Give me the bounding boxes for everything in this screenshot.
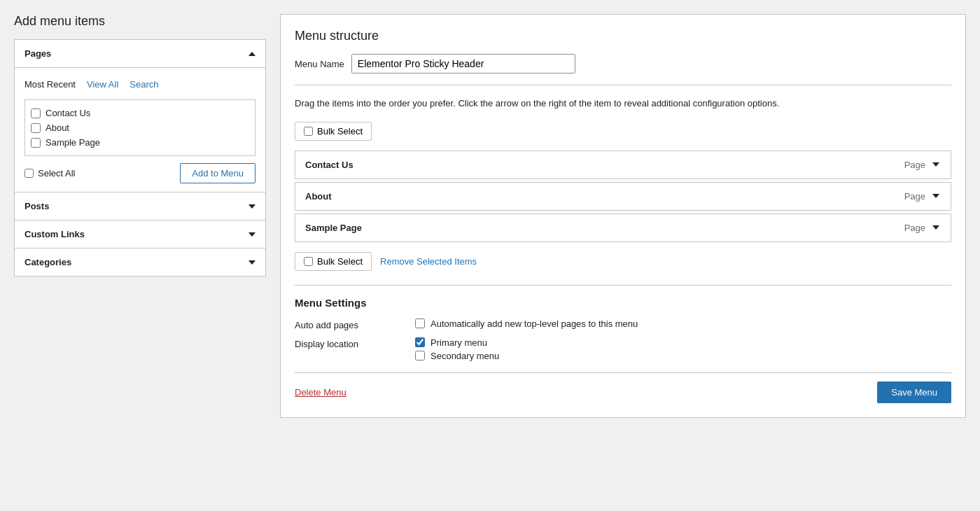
- primary-menu-option[interactable]: Primary menu: [415, 337, 499, 348]
- right-panel: Menu structure Menu Name Drag the items …: [280, 14, 966, 418]
- display-location-row: Display location Primary menu Secondary …: [295, 337, 951, 361]
- secondary-menu-option[interactable]: Secondary menu: [415, 351, 499, 361]
- select-all-text: Select All: [38, 168, 75, 178]
- tab-view-all[interactable]: View All: [81, 76, 124, 92]
- primary-menu-label: Primary menu: [430, 337, 487, 348]
- menu-item-contact-us-expand[interactable]: [931, 162, 941, 167]
- custom-links-section-title: Custom Links: [24, 229, 85, 239]
- page-checkbox-contact-us[interactable]: [31, 108, 41, 118]
- pages-section: Pages Most Recent View All Search Contac…: [14, 39, 266, 192]
- page-item-contact-us: Contact Us: [31, 106, 249, 120]
- menu-items-list: Contact Us Page About Page Sam: [295, 150, 951, 242]
- contact-us-chevron-icon: [932, 162, 939, 167]
- pages-accordion-content: Most Recent View All Search Contact Us A…: [15, 67, 265, 192]
- pages-section-title: Pages: [24, 48, 51, 59]
- custom-links-chevron-down-icon: [248, 232, 255, 237]
- categories-chevron-down-icon: [248, 260, 255, 265]
- menu-item-about-expand[interactable]: [931, 194, 941, 198]
- add-to-menu-button[interactable]: Add to Menu: [180, 163, 255, 183]
- menu-item-sample-page[interactable]: Sample Page Page: [295, 214, 951, 242]
- menu-item-sample-page-name: Sample Page: [305, 223, 362, 233]
- pages-accordion-header[interactable]: Pages: [15, 40, 265, 67]
- page-label-contact-us: Contact Us: [46, 108, 90, 118]
- pages-tab-row: Most Recent View All Search: [24, 76, 255, 92]
- categories-accordion-header[interactable]: Categories: [15, 248, 265, 276]
- select-all-label[interactable]: Select All: [24, 168, 75, 178]
- bulk-select-bottom-checkbox[interactable]: [304, 257, 313, 266]
- pages-list: Contact Us About Sample Page: [24, 99, 255, 156]
- menu-item-sample-page-expand[interactable]: [931, 225, 941, 230]
- tab-search[interactable]: Search: [124, 76, 164, 92]
- auto-add-row: Auto add pages Automatically add new top…: [295, 318, 951, 330]
- about-chevron-icon: [932, 194, 939, 198]
- posts-chevron-down-icon: [248, 204, 255, 209]
- menu-item-about-type: Page: [904, 191, 925, 202]
- display-location-options: Primary menu Secondary menu: [415, 337, 499, 361]
- secondary-menu-checkbox[interactable]: [415, 351, 425, 360]
- tab-most-recent[interactable]: Most Recent: [24, 76, 81, 92]
- menu-settings: Menu Settings Auto add pages Automatical…: [295, 297, 951, 361]
- auto-add-option-text: Automatically add new top-level pages to…: [430, 318, 638, 329]
- menu-name-label: Menu Name: [295, 59, 344, 69]
- sample-page-chevron-icon: [932, 225, 939, 230]
- auto-add-option[interactable]: Automatically add new top-level pages to…: [415, 318, 638, 329]
- menu-item-sample-page-right: Page: [904, 223, 941, 233]
- menu-settings-title: Menu Settings: [295, 297, 951, 309]
- auto-add-options: Automatically add new top-level pages to…: [415, 318, 638, 329]
- secondary-menu-label: Secondary menu: [430, 351, 499, 361]
- page-label-about: About: [46, 122, 69, 133]
- custom-links-section: Custom Links: [14, 220, 266, 248]
- categories-section: Categories: [14, 248, 266, 276]
- menu-item-contact-us[interactable]: Contact Us Page: [295, 150, 951, 179]
- menu-item-contact-us-type: Page: [904, 160, 925, 170]
- primary-menu-checkbox[interactable]: [415, 337, 425, 347]
- menu-item-contact-us-name: Contact Us: [305, 160, 354, 170]
- page-item-sample: Sample Page: [31, 135, 249, 150]
- menu-item-contact-us-right: Page: [904, 160, 941, 170]
- footer-row: Delete Menu Save Menu: [295, 372, 951, 403]
- menu-name-row: Menu Name: [295, 54, 951, 85]
- bulk-select-bottom-button[interactable]: Bulk Select: [295, 252, 372, 271]
- posts-accordion-header[interactable]: Posts: [15, 192, 265, 220]
- right-title: Menu structure: [295, 29, 951, 43]
- categories-section-title: Categories: [24, 257, 71, 267]
- auto-add-checkbox[interactable]: [415, 318, 425, 328]
- pages-chevron-up-icon: [248, 52, 255, 56]
- menu-item-about-name: About: [305, 191, 332, 202]
- select-all-row: Select All Add to Menu: [24, 163, 255, 183]
- bulk-select-top-row: Bulk Select: [295, 122, 951, 141]
- page-checkbox-sample[interactable]: [31, 138, 41, 148]
- bulk-select-top-button[interactable]: Bulk Select: [295, 122, 372, 141]
- select-all-checkbox[interactable]: [24, 169, 34, 178]
- left-title: Add menu items: [14, 14, 266, 29]
- page-label-sample: Sample Page: [46, 137, 100, 148]
- left-panel: Add menu items Pages Most Recent View Al…: [14, 14, 266, 418]
- delete-menu-button[interactable]: Delete Menu: [295, 387, 346, 398]
- display-location-label: Display location: [295, 337, 407, 349]
- settings-divider: [295, 285, 951, 286]
- remove-selected-button[interactable]: Remove Selected Items: [380, 256, 477, 267]
- drag-instruction: Drag the items into the order you prefer…: [295, 97, 951, 111]
- menu-item-sample-page-type: Page: [904, 223, 925, 233]
- auto-add-label: Auto add pages: [295, 318, 407, 330]
- bulk-select-top-label: Bulk Select: [317, 126, 363, 136]
- page-checkbox-about[interactable]: [31, 123, 41, 133]
- posts-section-title: Posts: [24, 201, 49, 211]
- menu-item-about-right: Page: [904, 191, 941, 202]
- bulk-select-top-checkbox[interactable]: [304, 127, 313, 136]
- bulk-select-bottom-row: Bulk Select Remove Selected Items: [295, 252, 951, 271]
- custom-links-accordion-header[interactable]: Custom Links: [15, 220, 265, 248]
- page-item-about: About: [31, 120, 249, 135]
- posts-section: Posts: [14, 192, 266, 220]
- menu-name-input[interactable]: [351, 54, 575, 74]
- menu-item-about[interactable]: About Page: [295, 182, 951, 211]
- bulk-select-bottom-label: Bulk Select: [317, 256, 363, 267]
- save-menu-button[interactable]: Save Menu: [877, 382, 951, 403]
